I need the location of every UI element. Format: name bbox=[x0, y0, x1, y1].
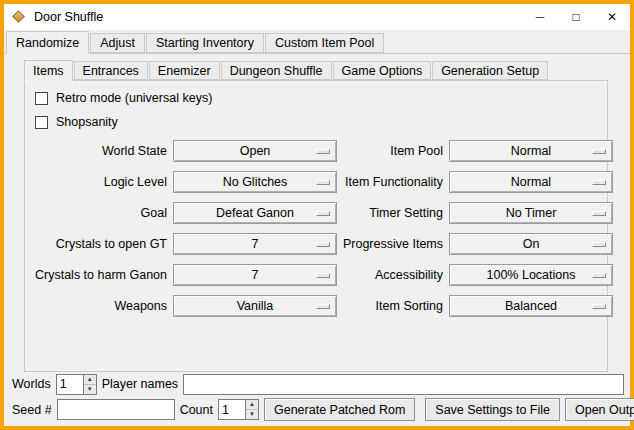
settings-grid: World State Open Item Pool Normal Logic … bbox=[33, 140, 603, 317]
dropdown-indicator-icon bbox=[592, 211, 606, 216]
seed-input[interactable] bbox=[57, 399, 175, 420]
tab-randomize[interactable]: Randomize bbox=[6, 31, 89, 54]
tab-generation-setup[interactable]: Generation Setup bbox=[432, 61, 548, 80]
retro-mode-checkbox[interactable]: Retro mode (universal keys) bbox=[35, 86, 603, 110]
dropdown-indicator-icon bbox=[592, 304, 606, 309]
dropdown-indicator-icon bbox=[316, 211, 330, 216]
player-names-input[interactable] bbox=[183, 374, 624, 395]
open-output-directory-button[interactable]: Open Output Directory bbox=[565, 398, 634, 421]
dropdown-value: Normal bbox=[511, 144, 551, 158]
weapons-label: Weapons bbox=[114, 299, 167, 313]
window: Door Shuffle ─ □ ✕ Randomize Adjust Star… bbox=[0, 0, 634, 430]
minimize-icon[interactable]: ─ bbox=[522, 4, 558, 30]
spin-buttons: ▲ ▼ bbox=[83, 374, 97, 395]
checkbox-label: Shopsanity bbox=[56, 115, 118, 129]
seed-row: Seed # Count ▲ ▼ Generate Patched Rom Sa… bbox=[12, 398, 624, 421]
crystals-harm-ganon-label: Crystals to harm Ganon bbox=[35, 268, 167, 282]
checkbox-box-icon bbox=[35, 116, 48, 129]
sub-tabbar: Items Entrances Enemizer Dungeon Shuffle… bbox=[24, 59, 608, 80]
spin-up-icon[interactable]: ▲ bbox=[246, 400, 258, 410]
dropdown-indicator-icon bbox=[592, 273, 606, 278]
player-names-label: Player names bbox=[102, 377, 178, 391]
dropdown-indicator-icon bbox=[316, 149, 330, 154]
window-title: Door Shuffle bbox=[34, 10, 103, 24]
world-state-label: World State bbox=[102, 144, 167, 158]
dropdown-indicator-icon bbox=[316, 304, 330, 309]
tab-adjust[interactable]: Adjust bbox=[90, 33, 145, 53]
goal-dropdown[interactable]: Defeat Ganon bbox=[173, 202, 337, 224]
seed-label: Seed # bbox=[12, 403, 52, 417]
logic-level-dropdown[interactable]: No Glitches bbox=[173, 171, 337, 193]
app-icon bbox=[12, 10, 27, 25]
dropdown-value: Defeat Ganon bbox=[216, 206, 294, 220]
checkbox-box-icon bbox=[35, 92, 48, 105]
item-pool-label: Item Pool bbox=[390, 144, 443, 158]
worlds-label: Worlds bbox=[12, 377, 51, 391]
item-functionality-dropdown[interactable]: Normal bbox=[449, 171, 613, 193]
dropdown-value: No Glitches bbox=[223, 175, 288, 189]
spin-buttons: ▲ ▼ bbox=[245, 399, 259, 420]
dropdown-value: Balanced bbox=[505, 299, 557, 313]
crystals-open-gt-dropdown[interactable]: 7 bbox=[173, 233, 337, 255]
progressive-items-dropdown[interactable]: On bbox=[449, 233, 613, 255]
timer-setting-dropdown[interactable]: No Timer bbox=[449, 202, 613, 224]
timer-setting-label: Timer Setting bbox=[369, 206, 443, 220]
main-tabbar: Randomize Adjust Starting Inventory Cust… bbox=[4, 30, 630, 53]
tab-starting-inventory[interactable]: Starting Inventory bbox=[146, 33, 264, 53]
dropdown-value: 7 bbox=[252, 237, 259, 251]
dropdown-indicator-icon bbox=[592, 149, 606, 154]
sub-notebook: Items Entrances Enemizer Dungeon Shuffle… bbox=[24, 59, 608, 372]
item-functionality-label: Item Functionality bbox=[345, 175, 443, 189]
worlds-spinbox: ▲ ▼ bbox=[56, 374, 97, 395]
tab-dungeon-shuffle[interactable]: Dungeon Shuffle bbox=[221, 61, 332, 80]
worlds-row: Worlds ▲ ▼ Player names bbox=[12, 373, 624, 395]
dropdown-value: Vanilla bbox=[237, 299, 274, 313]
tab-enemizer[interactable]: Enemizer bbox=[149, 61, 220, 80]
checkbox-label: Retro mode (universal keys) bbox=[56, 91, 212, 105]
count-spinbox: ▲ ▼ bbox=[218, 399, 259, 420]
tab-custom-item-pool[interactable]: Custom Item Pool bbox=[265, 33, 384, 53]
items-pane: Retro mode (universal keys) Shopsanity W… bbox=[24, 80, 608, 372]
dropdown-indicator-icon bbox=[592, 180, 606, 185]
worlds-input[interactable] bbox=[56, 374, 83, 395]
dropdown-value: On bbox=[523, 237, 540, 251]
save-settings-button[interactable]: Save Settings to File bbox=[425, 398, 560, 421]
tab-entrances[interactable]: Entrances bbox=[74, 61, 148, 80]
maximize-icon[interactable]: □ bbox=[558, 4, 594, 30]
progressive-items-label: Progressive Items bbox=[343, 237, 443, 251]
count-label: Count bbox=[180, 403, 213, 417]
weapons-dropdown[interactable]: Vanilla bbox=[173, 295, 337, 317]
dropdown-indicator-icon bbox=[592, 242, 606, 247]
crystals-harm-ganon-dropdown[interactable]: 7 bbox=[173, 264, 337, 286]
dropdown-indicator-icon bbox=[316, 242, 330, 247]
tab-game-options[interactable]: Game Options bbox=[333, 61, 432, 80]
randomize-pane: Items Entrances Enemizer Dungeon Shuffle… bbox=[4, 53, 630, 426]
shopsanity-checkbox[interactable]: Shopsanity bbox=[35, 110, 603, 134]
goal-label: Goal bbox=[141, 206, 167, 220]
item-sorting-label: Item Sorting bbox=[376, 299, 443, 313]
crystals-open-gt-label: Crystals to open GT bbox=[56, 237, 167, 251]
dropdown-value: Open bbox=[240, 144, 271, 158]
dropdown-value: Normal bbox=[511, 175, 551, 189]
item-sorting-dropdown[interactable]: Balanced bbox=[449, 295, 613, 317]
dropdown-value: No Timer bbox=[506, 206, 557, 220]
generate-patched-rom-button[interactable]: Generate Patched Rom bbox=[264, 398, 415, 421]
count-input[interactable] bbox=[218, 399, 245, 420]
tab-items[interactable]: Items bbox=[24, 60, 73, 81]
spin-up-icon[interactable]: ▲ bbox=[84, 375, 96, 385]
dropdown-value: 7 bbox=[252, 268, 259, 282]
dropdown-value: 100% Locations bbox=[487, 268, 576, 282]
accessibility-dropdown[interactable]: 100% Locations bbox=[449, 264, 613, 286]
dropdown-indicator-icon bbox=[316, 180, 330, 185]
close-icon[interactable]: ✕ bbox=[594, 4, 630, 30]
logic-level-label: Logic Level bbox=[104, 175, 167, 189]
titlebar[interactable]: Door Shuffle ─ □ ✕ bbox=[4, 4, 630, 30]
spin-down-icon[interactable]: ▼ bbox=[84, 385, 96, 394]
world-state-dropdown[interactable]: Open bbox=[173, 140, 337, 162]
dropdown-indicator-icon bbox=[316, 273, 330, 278]
spin-down-icon[interactable]: ▼ bbox=[246, 410, 258, 419]
item-pool-dropdown[interactable]: Normal bbox=[449, 140, 613, 162]
accessibility-label: Accessibility bbox=[375, 268, 443, 282]
window-controls: ─ □ ✕ bbox=[522, 4, 630, 30]
